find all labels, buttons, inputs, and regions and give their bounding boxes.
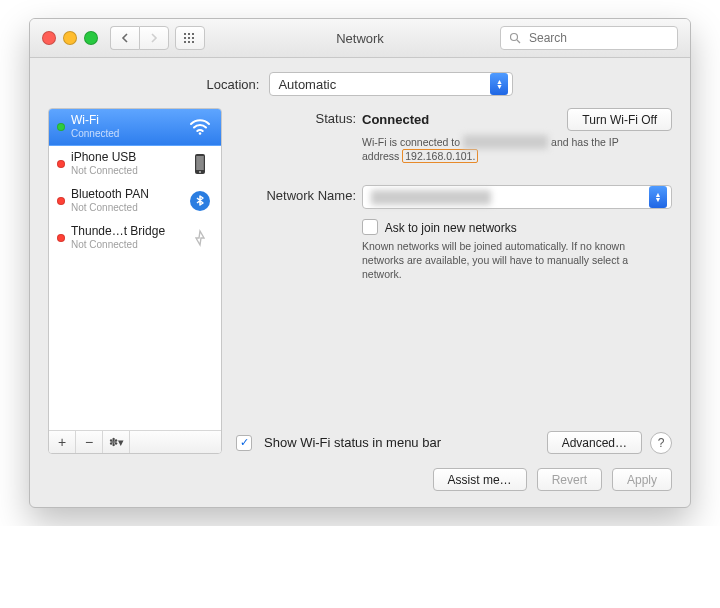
svg-rect-0 (184, 33, 186, 35)
svg-point-14 (199, 171, 201, 173)
svg-rect-4 (188, 37, 190, 39)
ask-join-label: Ask to join new networks (385, 221, 517, 235)
network-name-label: Network Name: (236, 185, 356, 203)
service-name: Wi-Fi (71, 114, 119, 127)
search-icon (509, 32, 521, 44)
minimize-window[interactable] (63, 31, 77, 45)
location-select[interactable]: Automatic ▲▼ (269, 72, 513, 96)
svg-rect-5 (192, 37, 194, 39)
main-panel: Status: Connected Turn Wi-Fi Off Wi-Fi i… (236, 108, 672, 454)
search-input[interactable] (527, 30, 651, 46)
back-button[interactable] (110, 26, 139, 50)
location-label: Location: (207, 77, 260, 92)
show-status-checkbox[interactable]: ✓ (236, 435, 252, 451)
bluetooth-icon (187, 190, 213, 212)
apply-button[interactable]: Apply (612, 468, 672, 491)
show-all-button[interactable] (175, 26, 205, 50)
window: Network Location: Automatic ▲▼ Wi-FiConn… (29, 18, 691, 508)
close-window[interactable] (42, 31, 56, 45)
svg-rect-8 (192, 41, 194, 43)
chevron-updown-icon: ▲▼ (490, 73, 508, 95)
network-name-select[interactable]: REDACTED ▲▼ (362, 185, 672, 209)
service-sub: Not Connected (71, 238, 165, 251)
svg-rect-6 (184, 41, 186, 43)
zoom-window[interactable] (84, 31, 98, 45)
help-button[interactable]: ? (650, 432, 672, 454)
status-value: Connected (362, 112, 429, 127)
service-sub: Connected (71, 127, 119, 140)
revert-button[interactable]: Revert (537, 468, 602, 491)
ip-address: 192.168.0.101. (402, 149, 478, 163)
network-name-value: REDACTED (371, 190, 491, 205)
wifi-icon (187, 119, 213, 135)
svg-rect-3 (184, 37, 186, 39)
status-label: Status: (236, 108, 356, 126)
search-field[interactable] (500, 26, 678, 50)
location-value: Automatic (278, 77, 336, 92)
add-service-button[interactable]: + (49, 431, 76, 453)
status-dot-icon (57, 123, 65, 131)
status-dot-icon (57, 160, 65, 168)
ask-join-desc: Known networks will be joined automatica… (362, 239, 642, 281)
assist-me-button[interactable]: Assist me… (433, 468, 527, 491)
sidebar-item-wifi[interactable]: Wi-FiConnected (49, 109, 221, 146)
ask-join-checkbox[interactable] (362, 219, 378, 235)
sidebar-item-bluetooth[interactable]: Bluetooth PANNot Connected (49, 183, 221, 220)
svg-rect-2 (192, 33, 194, 35)
window-controls (42, 31, 98, 45)
status-description: Wi-Fi is connected to REDACTED SSID and … (362, 135, 642, 163)
actions-menu-button[interactable]: ✽▾ (103, 431, 130, 453)
advanced-button[interactable]: Advanced… (547, 431, 642, 454)
service-name: Thunde…t Bridge (71, 225, 165, 238)
status-dot-icon (57, 234, 65, 242)
remove-service-button[interactable]: − (76, 431, 103, 453)
phone-icon (187, 153, 213, 175)
turn-wifi-off-button[interactable]: Turn Wi-Fi Off (567, 108, 672, 131)
services-sidebar: Wi-FiConnected iPhone USBNot Connected B… (48, 108, 222, 454)
svg-rect-1 (188, 33, 190, 35)
svg-line-10 (517, 40, 520, 43)
svg-point-9 (511, 34, 518, 41)
svg-rect-7 (188, 41, 190, 43)
service-sub: Not Connected (71, 201, 149, 214)
svg-point-11 (199, 132, 202, 135)
service-name: Bluetooth PAN (71, 188, 149, 201)
svg-rect-13 (196, 156, 204, 170)
sidebar-item-iphoneusb[interactable]: iPhone USBNot Connected (49, 146, 221, 183)
service-sub: Not Connected (71, 164, 138, 177)
titlebar: Network (30, 19, 690, 58)
service-name: iPhone USB (71, 151, 138, 164)
chevron-updown-icon: ▲▼ (649, 186, 667, 208)
sidebar-item-thunderbolt[interactable]: Thunde…t BridgeNot Connected (49, 220, 221, 257)
show-status-label: Show Wi-Fi status in menu bar (264, 435, 441, 450)
status-dot-icon (57, 197, 65, 205)
thunderbolt-icon (187, 227, 213, 249)
forward-button[interactable] (139, 26, 169, 50)
